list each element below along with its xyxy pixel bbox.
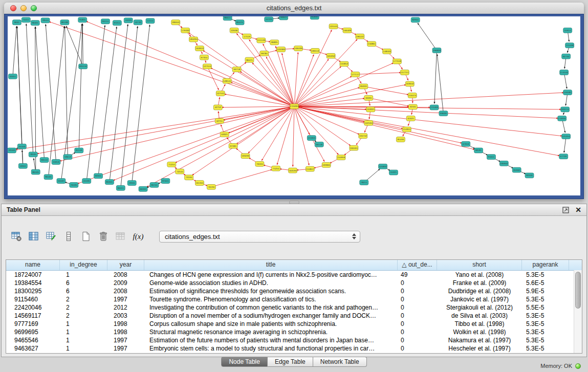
network-node[interactable]: 114543 xyxy=(560,70,569,75)
network-node[interactable]: 10220 xyxy=(124,18,133,23)
network-node[interactable]: 32201 xyxy=(364,95,373,100)
network-node[interactable]: 106942 xyxy=(499,161,508,166)
network-node[interactable]: 163194 xyxy=(289,168,297,173)
column-header-in_degree[interactable]: in_degree xyxy=(60,260,107,270)
network-node[interactable]: 103230 xyxy=(241,154,250,159)
network-node[interactable]: 73194 xyxy=(185,175,193,180)
table-row[interactable]: 977716911998Corpus callosum shape and si… xyxy=(6,320,582,328)
network-node[interactable]: 115408 xyxy=(565,43,574,48)
network-node[interactable]: 163913 xyxy=(195,46,204,51)
tab-edge-table[interactable]: Edge Table xyxy=(268,357,313,367)
network-node[interactable]: 55221 xyxy=(389,170,398,175)
network-node[interactable]: 177117 xyxy=(351,72,360,77)
column-header-short[interactable]: short xyxy=(437,260,522,270)
network-node[interactable]: 93718 xyxy=(232,67,241,72)
network-node[interactable]: 76105 xyxy=(70,183,78,188)
network-node[interactable]: 91831 xyxy=(78,17,87,23)
table-row[interactable]: 1872400712008Changes of HCN gene express… xyxy=(6,271,582,279)
network-node[interactable]: 186642 xyxy=(171,20,180,25)
edit-table-icon[interactable] xyxy=(45,230,58,243)
network-node[interactable]: 1724004 xyxy=(290,104,299,109)
network-node[interactable]: 96321 xyxy=(31,20,39,26)
table-row[interactable]: 2242004622012Investigating the contribut… xyxy=(6,303,582,312)
network-node[interactable]: 125833 xyxy=(379,164,387,169)
column-header-name[interactable]: name xyxy=(6,260,60,270)
network-node[interactable]: 166461 xyxy=(350,145,358,150)
network-node[interactable]: 190113 xyxy=(311,49,319,54)
network-node[interactable]: 11514 xyxy=(146,18,155,24)
network-node[interactable]: 85493 xyxy=(396,137,405,142)
network-node[interactable]: 151845 xyxy=(307,136,316,141)
network-node[interactable]: 165262 xyxy=(326,53,335,58)
scrollbar-thumb[interactable] xyxy=(575,272,581,309)
tab-node-table[interactable]: Node Table xyxy=(221,357,268,367)
network-node[interactable]: 9661 xyxy=(12,20,21,25)
delete-table-icon[interactable] xyxy=(97,230,110,243)
network-node[interactable]: 154847 xyxy=(306,166,314,171)
network-node[interactable]: 86105 xyxy=(31,169,40,174)
show-columns-icon[interactable] xyxy=(27,230,40,243)
network-node[interactable]: 92734 xyxy=(562,54,571,59)
network-node[interactable]: 163642 xyxy=(405,81,414,86)
network-node[interactable]: 86805 xyxy=(270,40,279,45)
network-node[interactable]: 155812 xyxy=(340,61,349,67)
table-row[interactable]: 946554611997Estimation of the future num… xyxy=(6,336,582,344)
network-node[interactable]: 55723 xyxy=(265,17,273,22)
network-node[interactable]: 166439 xyxy=(294,46,303,51)
network-node[interactable]: 86341 xyxy=(105,180,114,185)
network-node[interactable]: 196137 xyxy=(356,34,364,39)
import-table-icon[interactable] xyxy=(114,230,127,243)
network-node[interactable]: 177518 xyxy=(393,59,401,64)
network-node[interactable]: 166409 xyxy=(343,28,352,33)
network-node[interactable]: 97211 xyxy=(113,20,121,26)
network-node[interactable]: 10941 xyxy=(18,163,27,168)
network-node[interactable]: 75254 xyxy=(272,166,280,171)
network-node[interactable]: 99609 xyxy=(439,111,448,116)
network-node[interactable]: 60341 xyxy=(94,173,103,179)
network-node[interactable]: 154959 xyxy=(337,155,345,160)
float-panel-icon[interactable] xyxy=(562,207,569,213)
network-node[interactable]: 154951 xyxy=(402,127,411,132)
network-node[interactable]: 66118 xyxy=(315,142,323,147)
network-node[interactable]: 97441 xyxy=(161,179,170,184)
table-row[interactable]: 911546021997Tourette syndrome. Phenomeno… xyxy=(6,295,582,303)
network-graph[interactable]: 1724004163021122104104742166461154959109… xyxy=(8,16,580,195)
network-node[interactable]: 45105 xyxy=(82,179,91,184)
network-node[interactable]: 156861 xyxy=(367,41,376,47)
network-node[interactable]: 97381 xyxy=(229,143,237,148)
network-node[interactable]: 104742 xyxy=(359,134,367,139)
network-node[interactable]: 72544 xyxy=(176,169,184,174)
network-node[interactable]: 92450 xyxy=(525,173,534,178)
network-node[interactable]: 78544 xyxy=(41,18,50,23)
network-node[interactable]: 179330 xyxy=(181,28,190,33)
network-node[interactable]: 97354 xyxy=(200,55,208,60)
network-node[interactable]: 122083 xyxy=(277,47,286,52)
network-node[interactable]: 151139 xyxy=(257,38,266,43)
table-scrollbar[interactable] xyxy=(574,270,582,353)
network-node[interactable]: 20351 xyxy=(8,74,17,79)
table-row[interactable]: 1456911722003Disruption of a novel membe… xyxy=(6,312,582,320)
network-node[interactable]: 99784 xyxy=(260,51,269,56)
network-node[interactable]: 66341 xyxy=(139,186,147,191)
new-table-icon[interactable] xyxy=(79,230,93,243)
network-node[interactable]: 128141 xyxy=(223,78,231,83)
network-node[interactable]: 59613 xyxy=(63,155,72,160)
network-node[interactable]: 184204 xyxy=(189,37,198,42)
network-node[interactable]: 196829 xyxy=(432,48,441,53)
network-node[interactable]: 122104 xyxy=(364,120,373,125)
network-node[interactable]: 55914 xyxy=(563,28,572,33)
network-node[interactable]: 110034 xyxy=(558,116,567,121)
function-builder-icon[interactable]: f(x) xyxy=(132,230,145,243)
network-node[interactable]: 82944 xyxy=(411,17,420,23)
network-node[interactable]: 63021 xyxy=(220,132,229,137)
network-node[interactable]: 67720 xyxy=(559,154,568,159)
network-node[interactable]: 22608 xyxy=(230,28,238,33)
network-node[interactable]: 74411 xyxy=(21,17,30,23)
network-node[interactable]: 106114 xyxy=(561,107,570,112)
network-node[interactable]: 32161 xyxy=(408,104,417,110)
network-node[interactable]: 56641 xyxy=(279,16,288,20)
network-node[interactable]: 86611 xyxy=(223,16,232,20)
network-node[interactable]: 109965 xyxy=(322,162,331,167)
network-node[interactable]: 10732 xyxy=(134,20,142,25)
network-node[interactable]: 157751 xyxy=(400,70,409,75)
